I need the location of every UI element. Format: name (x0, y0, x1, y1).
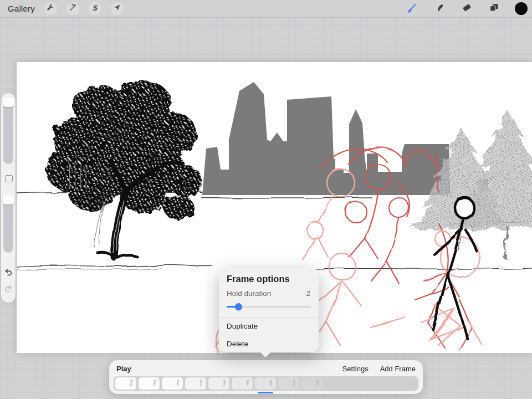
transform-button[interactable] (111, 2, 124, 15)
brush-size-slider-thumb[interactable] (3, 98, 14, 107)
paint-tools-group (406, 2, 528, 16)
frame-thumbnail-6[interactable] (232, 377, 253, 390)
settings-button[interactable]: Settings (342, 365, 369, 373)
magic-wand-icon (67, 2, 78, 16)
wrench-icon (45, 2, 56, 16)
frame-thumbnail-4[interactable] (185, 377, 206, 390)
frame-thumbnail-2[interactable] (139, 377, 160, 390)
redo-button[interactable] (3, 284, 14, 295)
svg-text:S: S (93, 3, 99, 12)
smudge-icon (434, 2, 446, 16)
frame-options-popup: Frame options Hold duration 2 Duplicate … (219, 268, 319, 352)
brush-size-slider[interactable] (3, 98, 13, 164)
redo-icon (3, 287, 14, 296)
eraser-icon (461, 2, 473, 16)
slider-thumb[interactable] (235, 303, 242, 310)
tree-sketch (33, 79, 216, 257)
transform-arrow-icon (111, 2, 122, 16)
frame-thumbnail-8[interactable] (278, 377, 299, 390)
color-button[interactable] (514, 2, 528, 16)
duplicate-menu-item[interactable]: Duplicate (219, 318, 319, 335)
top-toolbar: Gallery S (0, 0, 532, 18)
animation-timeline: Play Settings Add Frame (109, 360, 423, 394)
hold-duration-label: Hold duration (227, 289, 271, 298)
hold-duration-slider[interactable] (227, 303, 311, 310)
smudge-button[interactable] (433, 2, 446, 16)
frame-thumbnail-7[interactable] (255, 377, 276, 390)
layers-button[interactable] (487, 2, 500, 16)
popup-arrow (259, 351, 272, 357)
frame-thumbnail-5[interactable] (208, 377, 229, 390)
undo-icon (3, 270, 14, 280)
gallery-button[interactable]: Gallery (8, 4, 35, 13)
layers-icon (488, 2, 500, 16)
sidebar-tools (1, 93, 16, 303)
hold-duration-value: 2 (306, 289, 310, 298)
color-swatch (515, 2, 528, 15)
procreate-app: Gallery S (0, 0, 532, 399)
frame-thumbnail-1[interactable] (115, 377, 136, 390)
frame-thumbnail-9[interactable] (301, 377, 323, 390)
eraser-button[interactable] (460, 2, 473, 16)
paint-brush-icon (406, 2, 418, 16)
modify-button[interactable] (5, 175, 13, 182)
delete-menu-item[interactable]: Delete (219, 335, 319, 352)
undo-button[interactable] (3, 267, 14, 278)
frame-thumbnail-3[interactable] (162, 377, 183, 390)
brush-button[interactable] (406, 2, 419, 16)
play-button[interactable]: Play (116, 365, 131, 373)
selected-frame-underline (258, 392, 273, 393)
actions-button[interactable] (44, 2, 57, 15)
frame-strip (114, 376, 418, 391)
selection-button[interactable]: S (89, 2, 101, 15)
popup-title: Frame options (219, 268, 319, 288)
add-frame-button[interactable]: Add Frame (380, 365, 416, 373)
adjustments-button[interactable] (66, 2, 79, 15)
opacity-slider-thumb[interactable] (3, 195, 14, 204)
selection-s-icon: S (89, 2, 100, 16)
